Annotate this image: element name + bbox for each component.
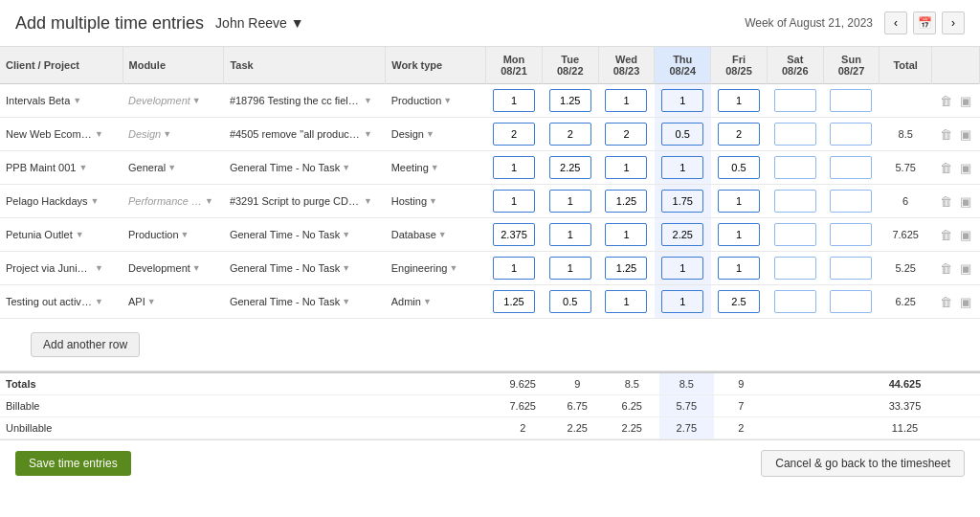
mon-input-6[interactable] <box>493 290 535 313</box>
task-chevron-icon-1[interactable]: ▼ <box>364 129 372 139</box>
fri-input-4[interactable] <box>718 223 760 246</box>
task-chevron-icon-0[interactable]: ▼ <box>364 96 372 105</box>
thu-input-0[interactable] <box>661 89 703 112</box>
sun-input-1[interactable] <box>830 123 872 146</box>
thu-input-2[interactable] <box>661 156 703 179</box>
sun-input-0[interactable] <box>830 89 872 112</box>
delete-row-button-1[interactable]: 🗑 <box>938 125 954 144</box>
copy-row-button-3[interactable]: ▣ <box>958 192 973 211</box>
module-chevron-icon-1[interactable]: ▼ <box>163 129 171 139</box>
add-row-button[interactable]: Add another row <box>31 332 140 357</box>
worktype-chevron-icon-4[interactable]: ▼ <box>438 230 447 239</box>
fri-input-0[interactable] <box>718 89 760 112</box>
wed-input-5[interactable] <box>605 257 647 280</box>
fri-input-1[interactable] <box>718 123 760 146</box>
client-chevron-icon-2[interactable]: ▼ <box>78 163 87 172</box>
task-chevron-icon-5[interactable]: ▼ <box>342 263 350 273</box>
worktype-chevron-icon-5[interactable]: ▼ <box>449 263 457 273</box>
task-chevron-icon-6[interactable]: ▼ <box>342 297 350 306</box>
fri-input-5[interactable] <box>718 257 760 280</box>
sat-input-1[interactable] <box>774 123 816 146</box>
mon-input-0[interactable] <box>493 89 535 112</box>
sun-input-4[interactable] <box>830 223 872 246</box>
wed-cell-1 <box>598 118 655 151</box>
worktype-chevron-icon-0[interactable]: ▼ <box>443 96 452 105</box>
client-chevron-icon-3[interactable]: ▼ <box>91 196 100 206</box>
tue-input-2[interactable] <box>549 156 591 179</box>
copy-row-button-6[interactable]: ▣ <box>958 293 973 311</box>
mon-input-1[interactable] <box>493 123 535 146</box>
sat-input-2[interactable] <box>774 156 816 179</box>
calendar-button[interactable]: 📅 <box>913 11 936 34</box>
sun-input-5[interactable] <box>830 257 872 280</box>
module-chevron-icon-0[interactable]: ▼ <box>192 96 201 105</box>
task-chevron-icon-2[interactable]: ▼ <box>342 163 350 172</box>
worktype-chevron-icon-1[interactable]: ▼ <box>426 129 434 139</box>
user-selector[interactable]: John Reeve ▼ <box>215 15 304 31</box>
sat-input-4[interactable] <box>774 223 816 246</box>
module-chevron-icon-5[interactable]: ▼ <box>192 263 201 273</box>
save-button[interactable]: Save time entries <box>15 451 131 476</box>
wed-input-4[interactable] <box>605 223 647 246</box>
thu-input-5[interactable] <box>661 257 703 280</box>
prev-week-button[interactable]: ‹ <box>884 11 907 34</box>
delete-row-button-4[interactable]: 🗑 <box>938 226 954 244</box>
thu-input-3[interactable] <box>661 190 703 213</box>
mon-input-2[interactable] <box>493 156 535 179</box>
client-chevron-icon-0[interactable]: ▼ <box>73 96 81 105</box>
tue-input-0[interactable] <box>549 89 591 112</box>
worktype-chevron-icon-3[interactable]: ▼ <box>429 196 437 206</box>
next-week-button[interactable]: › <box>942 11 965 34</box>
client-chevron-icon-6[interactable]: ▼ <box>95 297 103 306</box>
wed-input-3[interactable] <box>605 190 647 213</box>
copy-row-button-1[interactable]: ▣ <box>958 125 973 144</box>
worktype-chevron-icon-2[interactable]: ▼ <box>431 163 439 172</box>
copy-row-button-2[interactable]: ▣ <box>958 159 973 177</box>
delete-row-button-3[interactable]: 🗑 <box>938 192 954 211</box>
worktype-chevron-icon-6[interactable]: ▼ <box>423 297 432 306</box>
wed-input-2[interactable] <box>605 156 647 179</box>
delete-row-button-6[interactable]: 🗑 <box>938 293 954 311</box>
thu-input-6[interactable] <box>661 290 703 313</box>
wed-input-0[interactable] <box>605 89 647 112</box>
sun-input-3[interactable] <box>830 190 872 213</box>
mon-input-3[interactable] <box>493 190 535 213</box>
sat-input-0[interactable] <box>774 89 816 112</box>
sun-input-2[interactable] <box>830 156 872 179</box>
delete-row-button-5[interactable]: 🗑 <box>938 259 954 278</box>
fri-input-3[interactable] <box>718 190 760 213</box>
module-chevron-icon-4[interactable]: ▼ <box>181 230 189 239</box>
tue-input-5[interactable] <box>549 257 591 280</box>
tue-input-3[interactable] <box>549 190 591 213</box>
module-chevron-icon-2[interactable]: ▼ <box>167 163 176 172</box>
tue-input-1[interactable] <box>549 123 591 146</box>
wed-input-1[interactable] <box>605 123 647 146</box>
fri-input-2[interactable] <box>718 156 760 179</box>
sat-input-6[interactable] <box>774 290 816 313</box>
fri-input-6[interactable] <box>718 290 760 313</box>
task-chevron-icon-3[interactable]: ▼ <box>364 196 372 206</box>
tue-input-6[interactable] <box>549 290 591 313</box>
delete-row-button-2[interactable]: 🗑 <box>938 159 954 177</box>
client-chevron-icon-4[interactable]: ▼ <box>76 230 84 239</box>
cancel-button[interactable]: Cancel & go back to the timesheet <box>761 450 965 477</box>
copy-row-button-5[interactable]: ▣ <box>958 259 973 278</box>
client-cell-0: Intervals Beta ▼ <box>0 84 122 118</box>
module-chevron-icon-6[interactable]: ▼ <box>147 297 156 306</box>
sat-input-3[interactable] <box>774 190 816 213</box>
copy-row-button-0[interactable]: ▣ <box>958 92 973 110</box>
client-chevron-icon-1[interactable]: ▼ <box>95 129 103 139</box>
thu-input-1[interactable] <box>661 123 703 146</box>
client-chevron-icon-5[interactable]: ▼ <box>95 263 103 273</box>
sun-input-6[interactable] <box>830 290 872 313</box>
thu-input-4[interactable] <box>661 223 703 246</box>
task-chevron-icon-4[interactable]: ▼ <box>342 230 350 239</box>
delete-row-button-0[interactable]: 🗑 <box>938 92 954 110</box>
sat-input-5[interactable] <box>774 257 816 280</box>
module-chevron-icon-3[interactable]: ▼ <box>205 196 213 206</box>
mon-input-4[interactable] <box>493 223 535 246</box>
wed-input-6[interactable] <box>605 290 647 313</box>
mon-input-5[interactable] <box>493 257 535 280</box>
tue-input-4[interactable] <box>549 223 591 246</box>
copy-row-button-4[interactable]: ▣ <box>958 226 973 244</box>
